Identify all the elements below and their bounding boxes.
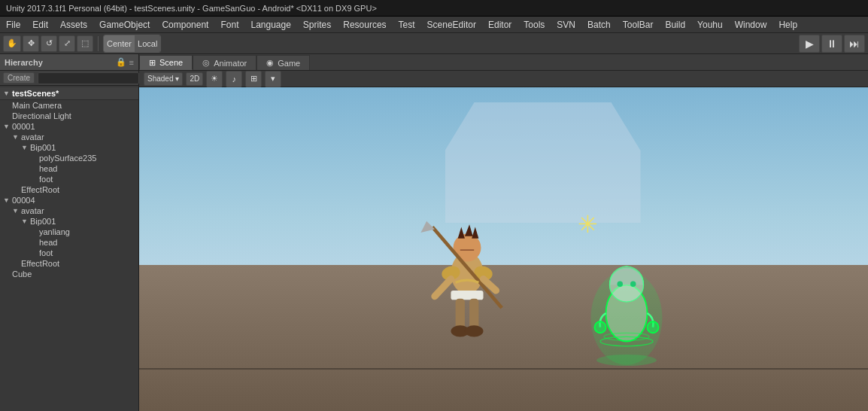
tab-label-scene: Scene (159, 58, 183, 67)
effects-toggle-btn[interactable]: ⊞ (245, 71, 262, 87)
menu-item-tools[interactable]: Tools (517, 18, 551, 32)
expand-arrow-00001[interactable]: ▼ (3, 123, 12, 130)
menu-item-sceneeditor[interactable]: SceneEditor (421, 18, 482, 32)
hand-tool-btn[interactable]: ✋ (3, 35, 21, 52)
menu-item-youhu[interactable]: Youhu (691, 18, 729, 32)
center-btn[interactable]: Center (104, 35, 135, 52)
hier-item-00001[interactable]: ▼00001 (0, 121, 138, 132)
scene-tab-animator[interactable]: ◎Animator (193, 55, 256, 70)
hier-item-foot1[interactable]: foot (0, 174, 138, 184)
audio-toggle-btn[interactable]: ♪ (226, 71, 242, 87)
hier-item-yanliang[interactable]: yanliang (0, 227, 138, 237)
expand-arrow-avatar2[interactable]: ▼ (12, 207, 21, 215)
lock-icon[interactable]: 🔒 (116, 57, 126, 67)
hier-label-directional-light: Directional Light (12, 111, 71, 120)
menu-item-edit[interactable]: Edit (26, 18, 54, 32)
hierarchy-panel: Hierarchy 🔒 ≡ Create ▼ testScenes* Main … (0, 54, 139, 411)
menu-item-component[interactable]: Component (156, 18, 214, 32)
hier-item-avatar1[interactable]: ▼avatar (0, 132, 138, 142)
move-tool-btn[interactable]: ✥ (23, 35, 39, 52)
shading-dropdown[interactable]: Shaded ▾ (144, 72, 183, 86)
svg-marker-3 (465, 224, 473, 236)
hier-item-effectroot1[interactable]: EffectRoot (0, 184, 138, 195)
scene-tabs: ⊞Scene◎Animator◉Game (139, 54, 868, 71)
hier-label-effectroot1: EffectRoot (21, 185, 59, 194)
menu-item-toolbar[interactable]: ToolBar (617, 18, 660, 32)
expand-arrow-00004[interactable]: ▼ (3, 196, 12, 204)
pause-btn[interactable]: ⏸ (821, 35, 842, 53)
scene-expand-arrow[interactable]: ▼ (3, 90, 12, 97)
menu-item-window[interactable]: Window (729, 18, 773, 32)
local-btn[interactable]: Local (135, 35, 160, 52)
svg-line-14 (435, 279, 451, 297)
menu-icon[interactable]: ≡ (129, 58, 134, 67)
scale-tool-btn[interactable]: ⤢ (59, 35, 75, 52)
scene-toolbar: Shaded ▾ 2D ☀ ♪ ⊞ ▾ (139, 71, 868, 87)
hier-item-avatar2[interactable]: ▼avatar (0, 206, 138, 216)
hierarchy-search[interactable] (38, 72, 139, 84)
menu-item-help[interactable]: Help (772, 18, 803, 32)
scene-name: testScenes* (12, 89, 59, 98)
tab-icon-animator: ◎ (202, 58, 210, 68)
scene-viewport[interactable]: ✳ (139, 87, 868, 411)
hier-item-polysurface235[interactable]: polySurface235 (0, 153, 138, 163)
menu-item-resources[interactable]: Resources (337, 18, 392, 32)
menu-item-language[interactable]: Language (244, 18, 296, 32)
hier-item-effectroot2[interactable]: EffectRoot (0, 258, 138, 269)
menu-item-test[interactable]: Test (393, 18, 421, 32)
scene-header: ▼ testScenes* (0, 87, 138, 100)
hier-item-main-camera[interactable]: Main Camera (0, 100, 138, 111)
hier-label-00001: 00001 (12, 122, 35, 131)
shading-label: Shaded (147, 75, 173, 83)
menu-item-font[interactable]: Font (214, 18, 244, 32)
menu-item-batch[interactable]: Batch (581, 18, 617, 32)
hier-label-bip001-2: Bip001 (30, 217, 56, 226)
svg-point-26 (596, 355, 657, 366)
pivot-toggle: Center Local (103, 35, 161, 53)
main-layout: Hierarchy 🔒 ≡ Create ▼ testScenes* Main … (0, 54, 868, 411)
menu-item-gameobject[interactable]: GameObject (93, 18, 156, 32)
menu-item-sprites[interactable]: Sprites (297, 18, 337, 32)
scene-more-btn[interactable]: ▾ (265, 71, 281, 87)
expand-arrow-avatar1[interactable]: ▼ (12, 133, 21, 141)
step-btn[interactable]: ⏭ (844, 35, 865, 53)
play-btn[interactable]: ▶ (799, 35, 820, 53)
hier-item-bip001-2[interactable]: ▼Bip001 (0, 216, 138, 227)
ground-line (139, 368, 868, 370)
rect-tool-btn[interactable]: ⬚ (77, 35, 93, 52)
hier-item-00004[interactable]: ▼00004 (0, 195, 138, 206)
tab-icon-scene: ⊞ (149, 58, 156, 68)
menu-item-build[interactable]: Build (659, 18, 691, 32)
hierarchy-header: Hierarchy 🔒 ≡ (0, 54, 138, 71)
expand-arrow-bip001-1[interactable]: ▼ (21, 144, 30, 151)
menu-item-assets[interactable]: Assets (54, 18, 93, 32)
hier-label-cube: Cube (12, 269, 32, 279)
hierarchy-title: Hierarchy (5, 58, 43, 67)
hier-item-foot2[interactable]: foot (0, 248, 138, 258)
tab-label-game: Game (278, 59, 300, 68)
menu-item-file[interactable]: File (0, 18, 26, 32)
create-button[interactable]: Create (3, 72, 35, 84)
menu-item-editor[interactable]: Editor (482, 18, 517, 32)
warrior-character (407, 215, 527, 366)
expand-arrow-bip001-2[interactable]: ▼ (21, 218, 30, 225)
sun-icon: ✳ (578, 210, 598, 239)
hier-label-bip001-1: Bip001 (30, 143, 56, 152)
separator-1 (98, 36, 99, 51)
rotate-tool-btn[interactable]: ↺ (41, 35, 57, 52)
play-controls: ▶ ⏸ ⏭ (799, 35, 865, 53)
scene-tab-game[interactable]: ◉Game (256, 55, 310, 70)
dimension-toggle[interactable]: 2D (186, 72, 203, 86)
hier-label-foot2: foot (39, 248, 53, 257)
hier-item-cube[interactable]: Cube (0, 269, 138, 279)
hier-label-main-camera: Main Camera (12, 101, 62, 110)
light-toggle-btn[interactable]: ☀ (206, 71, 223, 87)
hier-item-bip001-1[interactable]: ▼Bip001 (0, 142, 138, 153)
menu-item-svn[interactable]: SVN (551, 18, 581, 32)
hier-label-foot1: foot (39, 175, 53, 184)
hier-item-head2[interactable]: head (0, 237, 138, 248)
hier-item-head1[interactable]: head (0, 163, 138, 174)
scene-tab-scene[interactable]: ⊞Scene (139, 55, 193, 70)
hier-item-directional-light[interactable]: Directional Light (0, 111, 138, 121)
svg-rect-7 (451, 291, 484, 300)
